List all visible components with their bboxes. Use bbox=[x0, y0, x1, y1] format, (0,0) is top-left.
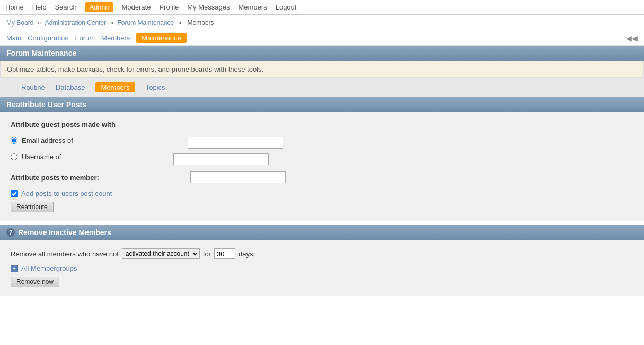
help-icon[interactable]: ? bbox=[6, 228, 15, 237]
remove-now-button[interactable]: Remove now bbox=[11, 277, 59, 287]
breadcrumb-admin[interactable]: Administration Center bbox=[45, 19, 106, 27]
inactive-type-select[interactable]: activated their account logged in bbox=[122, 248, 200, 259]
nav-profile[interactable]: Profile bbox=[159, 3, 179, 11]
reattribute-header: Reattribute User Posts bbox=[0, 97, 644, 112]
secnav-maintenance[interactable]: Maintenance bbox=[136, 33, 186, 43]
nav-admin[interactable]: Admin bbox=[85, 2, 113, 12]
email-radio-row: Email address of bbox=[11, 136, 73, 144]
top-nav: Home Help Search Admin Moderate Profile … bbox=[0, 0, 644, 15]
remove-text-days: days. bbox=[239, 250, 255, 258]
back-arrows-icon[interactable]: ◀◀ bbox=[626, 34, 638, 42]
nav-logout[interactable]: Logout bbox=[276, 3, 297, 11]
secnav-forum[interactable]: Forum bbox=[75, 34, 95, 42]
remove-row: Remove all members who have not activate… bbox=[11, 248, 633, 259]
posts-to-member-label: Attribute posts to member: bbox=[11, 174, 99, 182]
breadcrumb-forummaint[interactable]: Forum Maintenance bbox=[117, 19, 174, 27]
membergroup-label: All Membergroups bbox=[21, 264, 77, 272]
secnav-configuration[interactable]: Configuration bbox=[28, 34, 68, 42]
secondary-nav: Main Configuration Forum Members Mainten… bbox=[0, 31, 644, 46]
subtab-database[interactable]: Database bbox=[56, 83, 85, 91]
username-radio-row: Username of bbox=[11, 153, 61, 161]
main-wrapper: Home Help Search Admin Moderate Profile … bbox=[0, 0, 644, 345]
secnav-main[interactable]: Main bbox=[6, 34, 21, 42]
secnav-members[interactable]: Members bbox=[101, 34, 130, 42]
add-posts-row: Add posts to users post count bbox=[11, 189, 633, 197]
reattribute-content: Attribute guest posts made with Email ad… bbox=[0, 112, 644, 221]
nav-moderate[interactable]: Moderate bbox=[122, 3, 151, 11]
forum-maintenance-title: Forum Maintenance bbox=[6, 49, 76, 57]
nav-help[interactable]: Help bbox=[32, 3, 47, 11]
reattribute-title: Reattribute User Posts bbox=[6, 100, 86, 109]
subtab-topics[interactable]: Topics bbox=[146, 83, 165, 91]
nav-home[interactable]: Home bbox=[5, 3, 24, 11]
remove-inactive-content: Remove all members who have not activate… bbox=[0, 240, 644, 296]
days-input[interactable] bbox=[214, 248, 235, 259]
remove-inactive-header: ? Remove Inactive Members bbox=[0, 225, 644, 240]
remove-text-before: Remove all members who have not bbox=[11, 250, 119, 258]
membergroup-row: + All Membergroups bbox=[11, 264, 633, 272]
email-radio[interactable] bbox=[11, 137, 17, 144]
forum-maintenance-header: Forum Maintenance bbox=[0, 46, 644, 61]
sub-tabs: Routine Database Members Topics bbox=[0, 78, 644, 97]
remove-inactive-title: Remove Inactive Members bbox=[18, 228, 111, 237]
username-input[interactable] bbox=[173, 153, 269, 165]
subtab-members[interactable]: Members bbox=[95, 82, 135, 92]
breadcrumb-members: Members bbox=[188, 19, 214, 27]
email-label: Email address of bbox=[22, 136, 73, 144]
remove-inactive-panel: ? Remove Inactive Members Remove all mem… bbox=[0, 225, 644, 296]
member-input[interactable] bbox=[190, 171, 286, 183]
subtab-routine[interactable]: Routine bbox=[21, 83, 45, 91]
nav-members[interactable]: Members bbox=[238, 3, 267, 11]
email-input[interactable] bbox=[188, 137, 283, 149]
attribute-label: Attribute guest posts made with bbox=[11, 120, 633, 128]
reattribute-button[interactable]: Reattribute bbox=[11, 202, 54, 212]
breadcrumb: My Board » Administration Center » Forum… bbox=[0, 15, 644, 31]
info-box: Optimize tables, make backups, check for… bbox=[0, 61, 644, 78]
remove-text-for: for bbox=[203, 250, 211, 258]
username-radio[interactable] bbox=[11, 153, 17, 160]
nav-mymessages[interactable]: My Messages bbox=[187, 3, 230, 11]
nav-search[interactable]: Search bbox=[55, 3, 76, 11]
username-label: Username of bbox=[22, 153, 61, 161]
info-text: Optimize tables, make backups, check for… bbox=[7, 65, 263, 73]
breadcrumb-myboard[interactable]: My Board bbox=[6, 19, 33, 27]
reattribute-panel: Reattribute User Posts Attribute guest p… bbox=[0, 97, 644, 221]
add-posts-checkbox[interactable] bbox=[11, 190, 18, 197]
add-posts-label: Add posts to users post count bbox=[21, 189, 112, 197]
expand-icon[interactable]: + bbox=[11, 265, 18, 272]
